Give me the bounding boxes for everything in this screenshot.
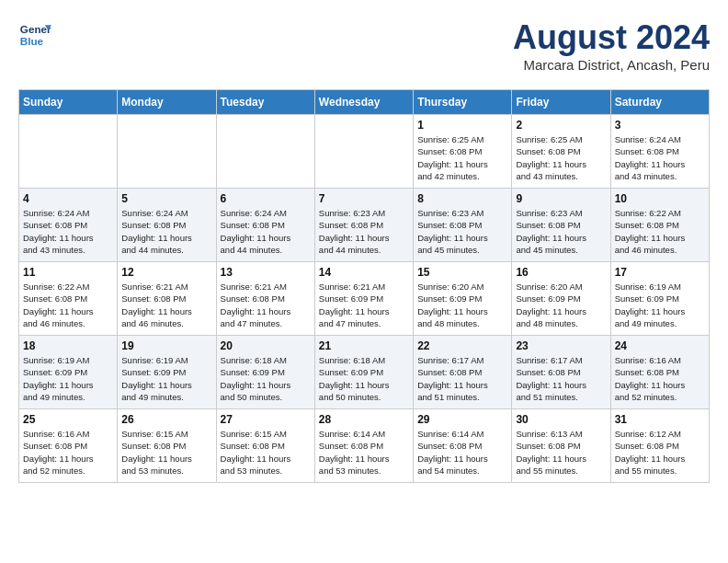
day-number: 7 bbox=[319, 192, 409, 205]
day-info: Sunrise: 6:19 AM Sunset: 6:09 PM Dayligh… bbox=[121, 354, 211, 403]
day-cell: 27Sunrise: 6:15 AM Sunset: 6:08 PM Dayli… bbox=[216, 409, 314, 483]
day-number: 12 bbox=[121, 266, 211, 279]
day-cell: 14Sunrise: 6:21 AM Sunset: 6:09 PM Dayli… bbox=[314, 262, 413, 336]
day-info: Sunrise: 6:15 AM Sunset: 6:08 PM Dayligh… bbox=[221, 428, 311, 477]
day-info: Sunrise: 6:20 AM Sunset: 6:09 PM Dayligh… bbox=[417, 281, 507, 329]
weekday-header-sunday: Sunday bbox=[19, 90, 118, 115]
location-title: Marcara District, Ancash, Peru bbox=[513, 57, 710, 73]
day-cell: 8Sunrise: 6:23 AM Sunset: 6:08 PM Daylig… bbox=[414, 189, 512, 262]
day-cell: 24Sunrise: 6:16 AM Sunset: 6:08 PM Dayli… bbox=[610, 336, 709, 409]
day-cell: 30Sunrise: 6:13 AM Sunset: 6:08 PM Dayli… bbox=[512, 409, 610, 483]
day-number: 10 bbox=[615, 192, 705, 205]
title-section: August 2024 Marcara District, Ancash, Pe… bbox=[513, 18, 710, 73]
day-number: 6 bbox=[221, 192, 311, 205]
week-row-3: 11Sunrise: 6:22 AM Sunset: 6:08 PM Dayli… bbox=[19, 262, 710, 336]
day-cell: 3Sunrise: 6:24 AM Sunset: 6:08 PM Daylig… bbox=[610, 115, 709, 189]
day-number: 30 bbox=[516, 413, 606, 426]
day-number: 29 bbox=[417, 413, 507, 426]
calendar-body: 1Sunrise: 6:25 AM Sunset: 6:08 PM Daylig… bbox=[19, 115, 710, 483]
day-info: Sunrise: 6:14 AM Sunset: 6:08 PM Dayligh… bbox=[319, 428, 409, 477]
day-info: Sunrise: 6:22 AM Sunset: 6:08 PM Dayligh… bbox=[615, 207, 705, 256]
day-cell: 20Sunrise: 6:18 AM Sunset: 6:09 PM Dayli… bbox=[216, 336, 314, 409]
day-info: Sunrise: 6:23 AM Sunset: 6:08 PM Dayligh… bbox=[417, 207, 507, 256]
day-number: 3 bbox=[615, 119, 705, 132]
day-cell: 6Sunrise: 6:24 AM Sunset: 6:08 PM Daylig… bbox=[216, 189, 314, 262]
day-cell: 18Sunrise: 6:19 AM Sunset: 6:09 PM Dayli… bbox=[19, 336, 118, 409]
weekday-header-thursday: Thursday bbox=[414, 90, 512, 115]
svg-text:General: General bbox=[20, 23, 51, 35]
logo-icon: General Blue bbox=[18, 18, 51, 52]
day-number: 14 bbox=[319, 266, 409, 279]
week-row-1: 1Sunrise: 6:25 AM Sunset: 6:08 PM Daylig… bbox=[19, 115, 710, 189]
day-cell: 12Sunrise: 6:21 AM Sunset: 6:08 PM Dayli… bbox=[118, 262, 216, 336]
day-cell: 5Sunrise: 6:24 AM Sunset: 6:08 PM Daylig… bbox=[118, 189, 216, 262]
day-number: 17 bbox=[615, 266, 705, 279]
day-cell: 22Sunrise: 6:17 AM Sunset: 6:08 PM Dayli… bbox=[414, 336, 512, 409]
day-number: 21 bbox=[319, 339, 409, 352]
day-number: 22 bbox=[417, 339, 507, 352]
day-number: 28 bbox=[319, 413, 409, 426]
day-cell: 13Sunrise: 6:21 AM Sunset: 6:08 PM Dayli… bbox=[216, 262, 314, 336]
day-cell: 17Sunrise: 6:19 AM Sunset: 6:09 PM Dayli… bbox=[610, 262, 709, 336]
week-row-4: 18Sunrise: 6:19 AM Sunset: 6:09 PM Dayli… bbox=[19, 336, 710, 409]
day-info: Sunrise: 6:22 AM Sunset: 6:08 PM Dayligh… bbox=[23, 281, 113, 329]
month-title: August 2024 bbox=[513, 18, 710, 57]
day-info: Sunrise: 6:16 AM Sunset: 6:08 PM Dayligh… bbox=[615, 354, 705, 403]
calendar-table: SundayMondayTuesdayWednesdayThursdayFrid… bbox=[18, 89, 710, 483]
day-number: 5 bbox=[121, 192, 211, 205]
day-info: Sunrise: 6:14 AM Sunset: 6:08 PM Dayligh… bbox=[417, 428, 507, 477]
day-info: Sunrise: 6:25 AM Sunset: 6:08 PM Dayligh… bbox=[417, 133, 507, 182]
day-number: 26 bbox=[121, 413, 211, 426]
weekday-header-row: SundayMondayTuesdayWednesdayThursdayFrid… bbox=[19, 90, 710, 115]
day-cell: 26Sunrise: 6:15 AM Sunset: 6:08 PM Dayli… bbox=[118, 409, 216, 483]
day-number: 18 bbox=[23, 339, 113, 352]
day-number: 16 bbox=[516, 266, 606, 279]
weekday-header-wednesday: Wednesday bbox=[314, 90, 413, 115]
day-info: Sunrise: 6:18 AM Sunset: 6:09 PM Dayligh… bbox=[221, 354, 311, 403]
day-info: Sunrise: 6:19 AM Sunset: 6:09 PM Dayligh… bbox=[23, 354, 113, 403]
day-cell: 16Sunrise: 6:20 AM Sunset: 6:09 PM Dayli… bbox=[512, 262, 610, 336]
day-number: 15 bbox=[417, 266, 507, 279]
day-number: 8 bbox=[417, 192, 507, 205]
day-info: Sunrise: 6:17 AM Sunset: 6:08 PM Dayligh… bbox=[417, 354, 507, 403]
day-number: 23 bbox=[516, 339, 606, 352]
week-row-2: 4Sunrise: 6:24 AM Sunset: 6:08 PM Daylig… bbox=[19, 189, 710, 262]
day-cell: 31Sunrise: 6:12 AM Sunset: 6:08 PM Dayli… bbox=[610, 409, 709, 483]
day-cell bbox=[216, 115, 314, 189]
day-cell: 9Sunrise: 6:23 AM Sunset: 6:08 PM Daylig… bbox=[512, 189, 610, 262]
day-number: 1 bbox=[417, 119, 507, 132]
day-info: Sunrise: 6:24 AM Sunset: 6:08 PM Dayligh… bbox=[221, 207, 311, 256]
day-info: Sunrise: 6:25 AM Sunset: 6:08 PM Dayligh… bbox=[516, 133, 606, 182]
day-cell: 4Sunrise: 6:24 AM Sunset: 6:08 PM Daylig… bbox=[19, 189, 118, 262]
day-info: Sunrise: 6:24 AM Sunset: 6:08 PM Dayligh… bbox=[23, 207, 113, 256]
day-info: Sunrise: 6:20 AM Sunset: 6:09 PM Dayligh… bbox=[516, 281, 606, 329]
day-cell bbox=[19, 115, 118, 189]
day-info: Sunrise: 6:23 AM Sunset: 6:08 PM Dayligh… bbox=[319, 207, 409, 256]
day-cell: 25Sunrise: 6:16 AM Sunset: 6:08 PM Dayli… bbox=[19, 409, 118, 483]
day-number: 20 bbox=[221, 339, 311, 352]
day-info: Sunrise: 6:24 AM Sunset: 6:08 PM Dayligh… bbox=[121, 207, 211, 256]
svg-text:Blue: Blue bbox=[20, 35, 44, 47]
weekday-header-monday: Monday bbox=[118, 90, 216, 115]
day-number: 4 bbox=[23, 192, 113, 205]
day-info: Sunrise: 6:17 AM Sunset: 6:08 PM Dayligh… bbox=[516, 354, 606, 403]
day-number: 2 bbox=[516, 119, 606, 132]
day-info: Sunrise: 6:21 AM Sunset: 6:09 PM Dayligh… bbox=[319, 281, 409, 329]
day-cell: 1Sunrise: 6:25 AM Sunset: 6:08 PM Daylig… bbox=[414, 115, 512, 189]
week-row-5: 25Sunrise: 6:16 AM Sunset: 6:08 PM Dayli… bbox=[19, 409, 710, 483]
day-number: 24 bbox=[615, 339, 705, 352]
day-info: Sunrise: 6:13 AM Sunset: 6:08 PM Dayligh… bbox=[516, 428, 606, 477]
day-number: 13 bbox=[221, 266, 311, 279]
day-number: 25 bbox=[23, 413, 113, 426]
weekday-header-tuesday: Tuesday bbox=[216, 90, 314, 115]
day-number: 11 bbox=[23, 266, 113, 279]
day-cell: 21Sunrise: 6:18 AM Sunset: 6:09 PM Dayli… bbox=[314, 336, 413, 409]
day-cell: 23Sunrise: 6:17 AM Sunset: 6:08 PM Dayli… bbox=[512, 336, 610, 409]
top-row: General Blue August 2024 Marcara Distric… bbox=[18, 18, 710, 80]
day-cell: 2Sunrise: 6:25 AM Sunset: 6:08 PM Daylig… bbox=[512, 115, 610, 189]
day-info: Sunrise: 6:15 AM Sunset: 6:08 PM Dayligh… bbox=[121, 428, 211, 477]
day-info: Sunrise: 6:21 AM Sunset: 6:08 PM Dayligh… bbox=[221, 281, 311, 329]
day-cell bbox=[314, 115, 413, 189]
day-info: Sunrise: 6:23 AM Sunset: 6:08 PM Dayligh… bbox=[516, 207, 606, 256]
day-cell: 29Sunrise: 6:14 AM Sunset: 6:08 PM Dayli… bbox=[414, 409, 512, 483]
